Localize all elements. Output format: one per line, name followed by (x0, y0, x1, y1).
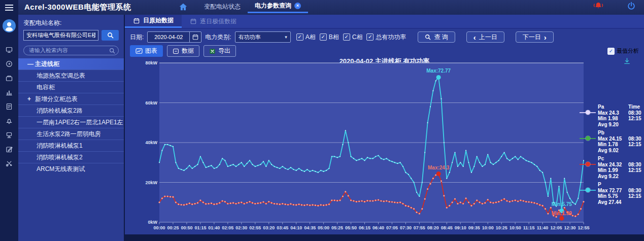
svg-text:02:30: 02:30 (235, 225, 247, 230)
data-tab-bar: 日原始数据逐日极值数据 (125, 15, 644, 29)
svg-text:Max:24.3: Max:24.3 (428, 165, 450, 170)
svg-text:02:55: 02:55 (249, 225, 261, 230)
tree-item-1[interactable]: 地源热泵空调总表 (18, 70, 124, 81)
edit-icon[interactable] (0, 142, 18, 156)
sidebar: 变配电站名称: —主进线柜地源热泵空调总表电容柜+新增分立柜总表消防栓机械泵2路… (18, 15, 124, 241)
svg-text:40kW: 40kW (145, 140, 157, 145)
svg-text:60kW: 60kW (145, 100, 157, 106)
tree-item-4[interactable]: 消防栓机械泵2路 (18, 105, 124, 116)
svg-text:Min:1.99: Min:1.99 (552, 211, 572, 216)
phase-checkbox-2[interactable]: ✓C相 (343, 33, 363, 42)
calendar-data-icon (190, 18, 197, 24)
station-name-input[interactable] (23, 30, 98, 41)
main-panel: 日原始数据逐日极值数据 日期: 电力类别: 有功功率 ▾ ✓A相✓B相✓C相✓总… (125, 15, 644, 234)
menu-icon[interactable] (0, 0, 18, 15)
tree-item-9[interactable]: ARCM无线表测试 (18, 163, 124, 175)
svg-text:09:35: 09:35 (468, 225, 480, 230)
bar-chart-icon[interactable] (0, 85, 18, 99)
app-title: Acrel-3000WEB电能管理系统 (24, 3, 131, 12)
query-toolbar: 日期: 电力类别: 有功功率 ▾ ✓A相✓B相✓C相✓总有功功率 查 询 ‹ 上… (125, 29, 644, 44)
svg-text:20kW: 20kW (145, 180, 157, 185)
svg-text:80kW: 80kW (145, 60, 157, 65)
svg-text:08:45: 08:45 (441, 225, 453, 230)
category-select[interactable]: 有功功率 ▾ (235, 31, 291, 43)
home-icon[interactable] (179, 3, 188, 14)
topbar-right (593, 2, 636, 13)
energy-icon[interactable] (0, 57, 18, 71)
svg-text:01:40: 01:40 (208, 225, 220, 230)
data-tab-0[interactable]: 日原始数据 (125, 15, 182, 28)
tree-item-8[interactable]: 消防喷淋机械泵2 (18, 151, 124, 163)
expand-icon[interactable]: + (27, 93, 35, 105)
phase-checkbox-3[interactable]: ✓总有功功率 (366, 33, 406, 42)
svg-text:12:30: 12:30 (564, 225, 576, 230)
svg-text:11:15: 11:15 (523, 225, 535, 230)
date-input[interactable] (148, 33, 189, 41)
checkbox-check-icon: ✓ (320, 33, 327, 41)
report-icon[interactable] (0, 99, 18, 114)
checkbox-check-icon: ✓ (296, 33, 303, 41)
checkbox-check-icon: ✓ (607, 48, 615, 55)
max-analysis-checkbox[interactable]: ✓ 最值分析 (607, 47, 639, 55)
legend-item-Pc[interactable]: PcMax 24.3208:30Min 1.9912:15Avg 9.22 (585, 156, 641, 179)
power-icon[interactable] (627, 2, 636, 13)
svg-text:02:05: 02:05 (222, 225, 233, 230)
svg-text:07:55: 07:55 (414, 225, 425, 230)
alarm-bell-icon[interactable] (593, 2, 603, 13)
monitor-icon[interactable] (0, 43, 18, 57)
view-toolbar: 图表 数据 导出 ✓ 最值分析 (125, 44, 644, 57)
legend-item-Pb[interactable]: PbMax 24.1508:30Min 1.7812:15Avg 9.02 (585, 130, 641, 153)
svg-text:11:40: 11:40 (537, 225, 549, 230)
svg-text:12:05: 12:05 (551, 225, 562, 230)
svg-text:01:15: 01:15 (194, 225, 206, 230)
date-label: 日期: (130, 33, 144, 42)
svg-text:06:40: 06:40 (372, 225, 384, 230)
top-tab-0[interactable]: 变配电站状态 (197, 0, 248, 13)
close-icon[interactable]: × (294, 3, 301, 9)
tree-item-7[interactable]: 消防喷淋机械泵1 (18, 140, 124, 151)
tree-item-2[interactable]: 电容柜 (18, 81, 124, 93)
device-icon[interactable] (0, 128, 18, 142)
icon-rail (0, 15, 18, 241)
export-button[interactable]: 导出 (204, 45, 236, 57)
svg-text:05:25: 05:25 (331, 225, 343, 230)
calendar-data-icon (133, 18, 140, 24)
chevron-left-icon: ‹ (473, 33, 476, 41)
tree-item-6[interactable]: 生活水泵2路一层弱电房 (18, 128, 124, 140)
top-tab-1[interactable]: 电力参数查询× (248, 0, 308, 13)
svg-text:05:00: 05:00 (318, 225, 329, 230)
prev-day-button[interactable]: ‹ 上一日 (466, 31, 504, 43)
phase-checkbox-1[interactable]: ✓B相 (320, 33, 339, 42)
device-tree: —主进线柜地源热泵空调总表电容柜+新增分立柜总表消防栓机械泵2路一层南1APE2… (18, 58, 124, 175)
next-day-button[interactable]: 下一日 › (516, 31, 554, 43)
collapse-icon[interactable]: — (27, 58, 35, 70)
tree-item-5[interactable]: 一层南1APE2右一层北1APE1左 (18, 116, 124, 128)
alarm-icon[interactable] (0, 114, 18, 128)
svg-text:00:00: 00:00 (153, 225, 165, 230)
archive-icon[interactable] (0, 71, 18, 85)
svg-text:00:50: 00:50 (181, 225, 192, 230)
svg-text:Max:72.77: Max:72.77 (426, 68, 451, 74)
phase-checkbox-0[interactable]: ✓A相 (296, 33, 316, 42)
chevron-down-icon: ▾ (285, 35, 287, 40)
download-icon[interactable] (623, 57, 631, 67)
tools-icon[interactable] (0, 156, 18, 170)
data-tab-1[interactable]: 逐日极值数据 (182, 15, 245, 28)
data-view-button[interactable]: 数据 (167, 45, 199, 57)
legend-item-P[interactable]: PMax 72.7708:30Min 5.7512:15Avg 27.44 (585, 182, 641, 205)
tree-item-0[interactable]: —主进线柜 (18, 58, 124, 70)
station-search-button[interactable] (101, 30, 119, 41)
legend-item-Pa[interactable]: PaTimeMax 24.308:30Min 1.9812:15Avg 9.20 (585, 104, 641, 127)
checkbox-check-icon: ✓ (366, 33, 374, 41)
svg-text:Min:5.75: Min:5.75 (552, 201, 572, 207)
chart-view-button[interactable]: 图表 (130, 45, 163, 57)
tree-item-3[interactable]: +新增分立柜总表 (18, 93, 124, 105)
avatar[interactable] (3, 19, 16, 32)
power-line-chart[interactable]: 0kW20kW40kW60kW80kW00:0000:2500:5001:150… (140, 60, 602, 230)
chart-legend: PaTimeMax 24.308:30Min 1.9812:15Avg 9.20… (585, 104, 641, 208)
calendar-icon[interactable] (189, 32, 201, 42)
query-button[interactable]: 查 询 (418, 31, 455, 43)
tree-filter-input[interactable] (23, 46, 119, 55)
checkbox-check-icon: ✓ (343, 33, 350, 41)
legend-series-name: Pa (598, 104, 628, 110)
